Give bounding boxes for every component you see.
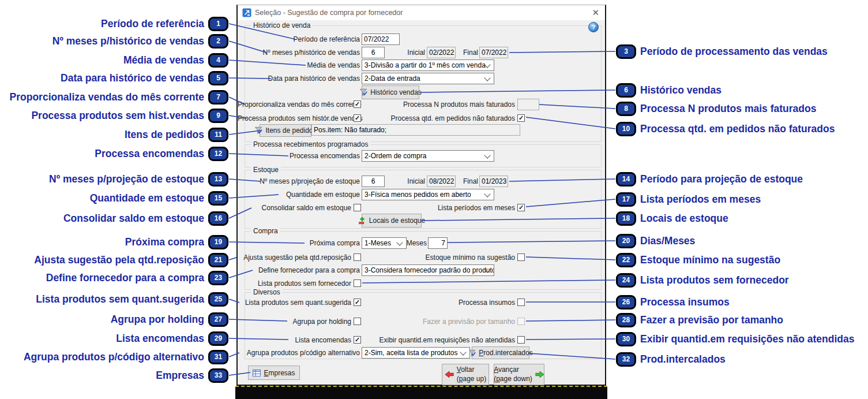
processa-encomendas-select[interactable]: 2-Ordem de compra [362,150,494,162]
annotation-left-27: Agrupa por holding27 [0,311,228,327]
lista-encomendas-checkbox[interactable]: ✓ [354,336,361,344]
meses-label: Meses [401,237,427,249]
annotation-right-8: 8Processa N produtos mais faturados [616,100,816,117]
annotation-left-23: Define fornecedor para a compra23 [0,270,228,286]
qtd-pedidos-checkbox[interactable]: ✓ [517,114,525,122]
periodo-referencia-label: Período de referência [238,33,360,45]
exibir-requisicoes-label: Exibir quantid.em requisições não atendi… [376,334,515,346]
annotation-badge: 27 [208,312,228,327]
annotation-label: Empresas [156,370,204,382]
sem-sugerida-checkbox[interactable]: ✓ [354,299,361,306]
annotation-badge: 14 [616,172,636,187]
annotation-right-6: 6Histórico vendas [616,82,722,98]
locais-estoque-button-label: Locais de estoque [369,217,425,225]
prod-intercalados-button[interactable]: Prod.intercalados [472,346,529,359]
agrupa-codigo-select[interactable]: 2-Sim, aceita lista de produtos [362,347,470,359]
meses-input[interactable]: 7 [428,237,448,249]
inicial-projecao-field: 08/2022 [427,176,456,187]
voltar-button[interactable]: Voltar (page up) [442,364,489,385]
proporcionaliza-label: Proporcionaliza vendas do mês corrente [238,99,351,110]
n-produtos-label: Processa N produtos mais faturados [376,99,515,110]
define-fornecedor-value: 3-Considera fornecedor padrão do produto [365,266,494,274]
annotation-label: Lista produtos sem fornecedor [640,274,789,286]
annotation-badge: 19 [208,235,228,249]
annotation-label: Histórico vendas [640,84,722,96]
help-icon[interactable]: ? [588,22,599,32]
exibir-requisicoes-checkbox[interactable] [517,336,525,344]
sem-fornecedor-checkbox[interactable] [354,279,361,287]
periodo-referencia-input[interactable]: 07/2022 [362,33,400,45]
companies-grid-icon [253,370,261,376]
n-meses-projecao-input[interactable]: 6 [362,176,385,187]
annotation-left-5: Data para histórico de vendas5 [0,70,228,86]
annotation-label: Data para histórico de vendas [61,72,204,84]
historico-vendas-button[interactable]: Histórico vendas [362,85,419,99]
annotation-label: Itens de pedidos [125,129,204,141]
define-fornecedor-select[interactable]: 3-Considera fornecedor padrão do produto [362,264,494,276]
annotation-right-22: 22Estoque mínimo na sugestão [616,252,780,268]
lista-periodos-checkbox[interactable]: ✓ [517,204,525,211]
annotation-left-29: Lista encomendas29 [0,330,228,346]
annotation-left-12: Processa encomendas12 [0,146,228,162]
processa-insumos-checkbox[interactable] [517,299,525,306]
annotation-badge: 33 [208,368,228,383]
pos-item-field: Pos.item: Não faturado; [311,124,520,136]
historico-vendas-button-label: Histórico vendas [370,88,422,96]
n-meses-historico-input[interactable]: 6 [362,47,385,58]
proxima-compra-label: Próxima compra [238,237,360,249]
n-produtos-input[interactable] [517,99,539,110]
annotation-right-20: 20Dias/Meses [616,233,695,249]
annotation-label: Processa N produtos mais faturados [640,103,816,115]
media-vendas-value: 3-Divisão a partir do 1º mês com venda [365,61,486,69]
annotation-badge: 25 [208,292,228,307]
sem-historico-label: Processa produtos sem histór.de vendas [238,113,351,124]
proxima-compra-select[interactable]: 1-Meses [362,237,407,249]
annotation-label: Proporcionaliza vendas do mês corrente [10,91,204,103]
annotation-badge: 12 [208,147,228,161]
empresas-button[interactable]: Empresas [248,366,300,380]
quantidade-estoque-select[interactable]: 3-Física menos pedidos em aberto [362,189,494,200]
annotation-label: Locais de estoque [640,212,728,225]
proxima-compra-value: 1-Meses [365,239,391,247]
processa-encomendas-value: 2-Ordem de compra [365,152,426,160]
agrupa-holding-checkbox[interactable] [354,318,361,325]
locais-estoque-button[interactable]: Locais de estoque [362,214,422,228]
processa-insumos-label: Processa insumos [376,297,515,308]
annotation-left-2: Nº meses p/histórico de vendas2 [0,33,228,49]
screenshot-canvas: Período de referência1 Nº meses p/histór… [0,0,868,399]
final-projecao-field: 01/2023 [479,176,508,187]
proporcionaliza-checkbox[interactable]: ✓ [354,100,361,108]
annotation-right-10: 10Processa qtd. em pedidos não faturados [616,121,835,137]
annotation-badge: 15 [208,191,228,206]
annotation-label: Processa encomendas [95,148,204,160]
annotation-right-28: 28Fazer a previsão por tamanho [616,312,783,328]
add-location-icon [358,217,366,225]
annotation-badge: 31 [208,350,228,364]
voltar-button-label: Voltar (page up) [457,366,486,383]
consolidar-saldo-checkbox[interactable] [354,204,361,211]
itens-pedidos-button-label: Itens de pedidos [265,126,316,135]
app-icon [242,8,251,17]
data-historico-select[interactable]: 2-Data de entrada [362,73,494,84]
group-label: Processa recebimentos programados [251,140,370,148]
sem-historico-checkbox[interactable]: ✓ [354,114,361,122]
agrupa-codigo-value: 2-Sim, aceita lista de produtos [365,349,457,357]
avancar-button[interactable]: Avançar (page down) [494,364,544,385]
annotation-badge: 4 [208,53,228,68]
annotation-badge: 6 [616,83,636,98]
annotation-label: Nº meses p/histórico de vendas [52,35,204,47]
annotation-badge: 18 [616,211,636,226]
media-vendas-select[interactable]: 3-Divisão a partir do 1º mês com venda [362,59,494,71]
sem-fornecedor-label: Lista produtos sem fornecedor [238,278,351,289]
itens-pedidos-button[interactable]: Itens de pedidos [260,124,311,137]
estoque-minimo-checkbox[interactable] [517,253,525,261]
annotation-badge: 22 [616,253,636,267]
annotation-right-3: 3Período de processamento das vendas [616,43,828,59]
ajusta-sugestao-checkbox[interactable] [354,253,361,261]
inicial-historico-label: Inicial [402,47,425,58]
close-icon[interactable]: ✕ [592,7,599,18]
chevron-down-icon [460,349,466,355]
annotation-badge: 8 [616,102,636,116]
inicial-projecao-label: Inicial [402,176,425,187]
annotation-left-19: Próxima compra19 [0,234,228,250]
